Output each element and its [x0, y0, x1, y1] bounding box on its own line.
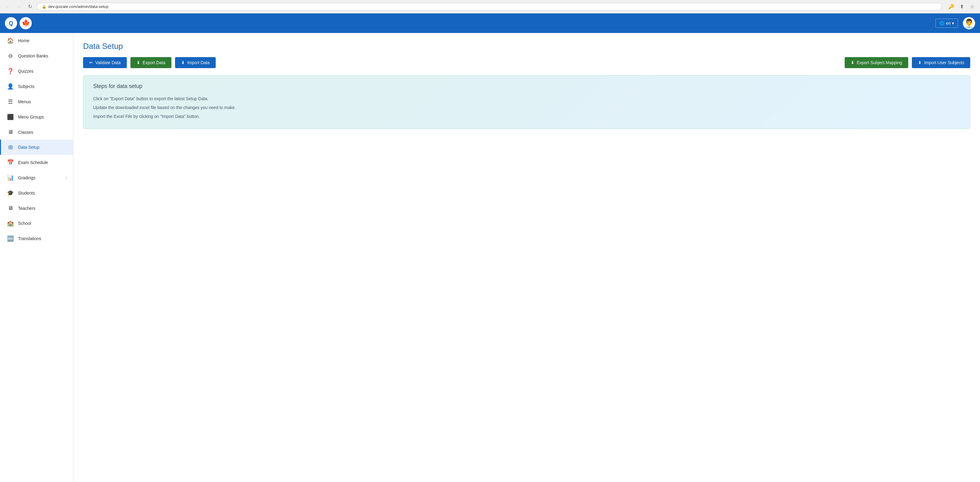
share-icon[interactable]: ⬆: [958, 2, 966, 11]
gradings-chevron-icon: ‹: [66, 176, 67, 180]
toolbar: ✏ Validate Data ⬇ Export Data ⬇ Import D…: [83, 57, 970, 68]
sidebar-item-translations[interactable]: 🔤 Translations: [0, 231, 73, 246]
chevron-down-icon: ▾: [952, 21, 954, 25]
lang-label: en: [946, 21, 951, 25]
sidebar-item-home[interactable]: 🏠 Home: [0, 33, 73, 48]
sidebar-item-school[interactable]: 🏫 School: [0, 216, 73, 231]
info-box-steps: Click on "Export Data" button to export …: [93, 94, 960, 121]
info-box-title: Steps for data setup: [93, 83, 960, 89]
user-avatar[interactable]: 👨‍💼: [963, 17, 975, 29]
sidebar-label-gradings: Gradings: [18, 175, 35, 180]
home-icon: 🏠: [7, 37, 14, 44]
export-subject-mapping-button[interactable]: ⬇ Export Subject Mapping: [845, 57, 908, 68]
sidebar: 🏠 Home ⊖ Question Banks ❓ Quizzes 👤 Subj…: [0, 33, 73, 482]
sidebar-label-home: Home: [18, 38, 29, 43]
school-icon: 🏫: [7, 220, 14, 227]
import-user-subjects-button[interactable]: ⬇ Import User Subjects: [912, 57, 970, 68]
sidebar-label-data-setup: Data Setup: [18, 145, 40, 150]
import-data-label: Import Data: [187, 60, 210, 65]
exam-schedule-icon: 📅: [7, 159, 14, 166]
globe-icon: 🌐: [939, 21, 945, 25]
browser-actions: 🔑 ⬆ ☆: [947, 2, 976, 11]
export-mapping-icon: ⬇: [851, 60, 854, 65]
import-subjects-icon: ⬇: [918, 60, 922, 65]
teachers-icon: 🖥: [7, 205, 14, 212]
step-3: Import the Excel File by clicking on "Im…: [93, 112, 960, 121]
sidebar-item-question-banks[interactable]: ⊖ Question Banks: [0, 48, 73, 64]
sidebar-label-subjects: Subjects: [18, 84, 35, 89]
sidebar-label-quizzes: Quizzes: [18, 69, 33, 74]
validate-icon: ✏: [89, 60, 93, 65]
step-2: Update the downloaded excel file based o…: [93, 103, 960, 112]
import-data-icon: ⬇: [181, 60, 185, 65]
sidebar-label-translations: Translations: [18, 236, 41, 241]
export-mapping-label: Export Subject Mapping: [857, 60, 902, 65]
question-banks-icon: ⊖: [7, 52, 14, 59]
sidebar-label-question-banks: Question Banks: [18, 54, 48, 58]
sidebar-item-classes[interactable]: 🖥 Classes: [0, 125, 73, 140]
forward-button[interactable]: →: [15, 2, 23, 11]
menu-groups-icon: ⬛: [7, 114, 14, 120]
reload-button[interactable]: ↻: [25, 2, 34, 11]
students-icon: 🎓: [7, 190, 14, 196]
star-icon[interactable]: ☆: [968, 2, 976, 11]
key-icon[interactable]: 🔑: [947, 2, 956, 11]
sidebar-label-teachers: Teachers: [18, 206, 35, 211]
sidebar-label-menus: Menus: [18, 99, 31, 104]
import-data-button[interactable]: ⬇ Import Data: [175, 57, 216, 68]
validate-data-button[interactable]: ✏ Validate Data: [83, 57, 127, 68]
sidebar-item-gradings[interactable]: 📊 Gradings ‹: [0, 170, 73, 185]
app-logo-quizale: Q: [5, 17, 17, 29]
sidebar-item-subjects[interactable]: 👤 Subjects: [0, 79, 73, 94]
sidebar-label-classes: Classes: [18, 130, 33, 135]
gradings-icon: 📊: [7, 174, 14, 181]
page-title: Data Setup: [83, 41, 970, 51]
info-box: Steps for data setup Click on "Export Da…: [83, 75, 970, 129]
sidebar-item-teachers[interactable]: 🖥 Teachers: [0, 201, 73, 216]
sidebar-label-exam-schedule: Exam Schedule: [18, 160, 48, 165]
back-button[interactable]: ←: [4, 2, 12, 11]
address-bar[interactable]: 🔒 dev.quizale.com/admin/data-setup: [37, 3, 942, 10]
sidebar-item-students[interactable]: 🎓 Students: [0, 185, 73, 201]
sidebar-item-exam-schedule[interactable]: 📅 Exam Schedule: [0, 155, 73, 170]
sidebar-item-data-setup[interactable]: ⊞ Data Setup: [0, 140, 73, 155]
sidebar-item-menus[interactable]: ☰ Menus: [0, 94, 73, 109]
translations-icon: 🔤: [7, 235, 14, 242]
app-header: Q 🍁 🌐 en ▾ 👨‍💼: [0, 13, 980, 33]
main-content: Data Setup ✏ Validate Data ⬇ Export Data…: [73, 33, 980, 482]
app-logo-maple: 🍁: [19, 17, 32, 29]
menus-icon: ☰: [7, 99, 14, 105]
data-setup-icon: ⊞: [7, 144, 14, 151]
step-1: Click on "Export Data" button to export …: [93, 94, 960, 103]
language-selector[interactable]: 🌐 en ▾: [935, 19, 958, 28]
avatar-icon: 👨‍💼: [964, 18, 975, 29]
lock-icon: 🔒: [42, 5, 46, 9]
quizzes-icon: ❓: [7, 68, 14, 75]
sidebar-item-quizzes[interactable]: ❓ Quizzes: [0, 64, 73, 79]
url-text: dev.quizale.com/admin/data-setup: [48, 4, 108, 9]
import-subjects-label: Import User Subjects: [924, 60, 964, 65]
sidebar-label-school: School: [18, 221, 31, 226]
classes-icon: 🖥: [7, 129, 14, 135]
app-layout: 🏠 Home ⊖ Question Banks ❓ Quizzes 👤 Subj…: [0, 33, 980, 482]
subjects-icon: 👤: [7, 83, 14, 90]
sidebar-label-students: Students: [18, 191, 35, 196]
export-data-label: Export Data: [143, 60, 165, 65]
validate-label: Validate Data: [95, 60, 121, 65]
maple-leaf-icon: 🍁: [22, 19, 30, 27]
export-data-icon: ⬇: [137, 60, 140, 65]
export-data-button[interactable]: ⬇ Export Data: [130, 57, 171, 68]
sidebar-item-menu-groups[interactable]: ⬛ Menu Groups: [0, 109, 73, 125]
sidebar-label-menu-groups: Menu Groups: [18, 115, 44, 119]
browser-chrome: ← → ↻ 🔒 dev.quizale.com/admin/data-setup…: [0, 0, 980, 13]
